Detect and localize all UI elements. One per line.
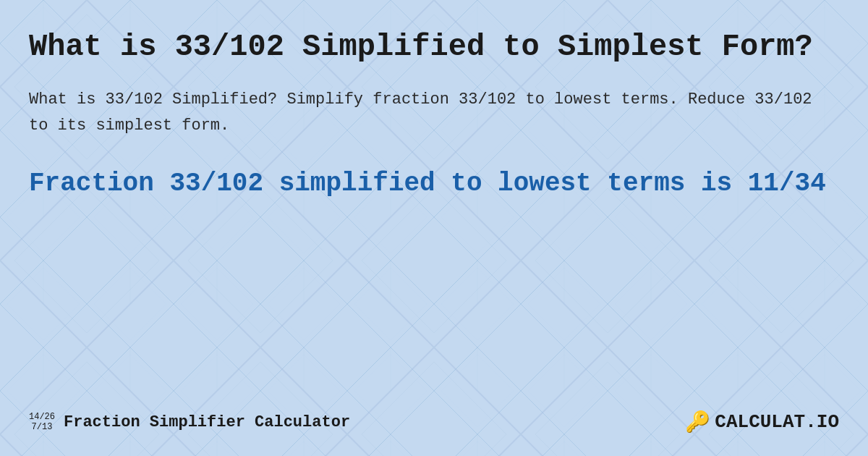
footer-label: Fraction Simplifier Calculator bbox=[64, 413, 350, 431]
result-text: Fraction 33/102 simplified to lowest ter… bbox=[29, 167, 839, 201]
footer: 14/26 7/13 Fraction Simplifier Calculato… bbox=[29, 402, 839, 434]
fraction-top: 14/26 bbox=[29, 412, 55, 422]
fraction-stack: 14/26 7/13 bbox=[29, 412, 55, 433]
result-section: Fraction 33/102 simplified to lowest ter… bbox=[29, 167, 839, 201]
logo-icon: 🔑 bbox=[685, 410, 710, 434]
fraction-bottom: 7/13 bbox=[32, 422, 53, 432]
page-title: What is 33/102 Simplified to Simplest Fo… bbox=[29, 29, 839, 65]
description-text: What is 33/102 Simplified? Simplify frac… bbox=[29, 87, 839, 138]
site-logo[interactable]: 🔑 CALCULAT.IO bbox=[685, 410, 839, 434]
logo-text: CALCULAT.IO bbox=[715, 411, 839, 433]
